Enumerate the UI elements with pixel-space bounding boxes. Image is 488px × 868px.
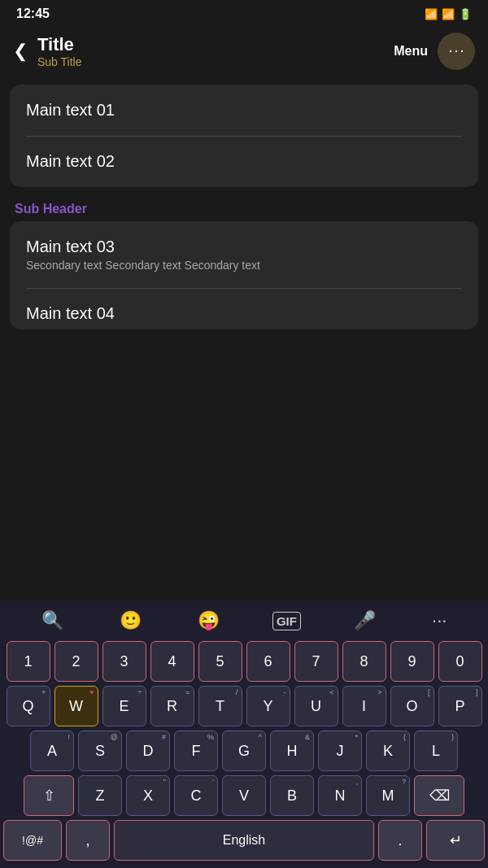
gif-button[interactable]: GIF bbox=[272, 612, 301, 630]
key-z[interactable]: Z bbox=[78, 775, 122, 816]
content-area: Main text 01 Main text 02 Sub Header Mai… bbox=[0, 78, 488, 339]
key-t[interactable]: T/ bbox=[198, 686, 242, 726]
list-item-03-secondary: Secondary text Secondary text Secondary … bbox=[26, 259, 462, 272]
key-n[interactable]: N, bbox=[318, 775, 362, 816]
key-3[interactable]: 3 bbox=[102, 641, 146, 682]
key-s[interactable]: S@ bbox=[78, 731, 122, 771]
bottom-row: !@# , English . ↵ bbox=[3, 820, 485, 861]
key-j[interactable]: J* bbox=[318, 731, 362, 771]
key-v[interactable]: V bbox=[222, 775, 266, 816]
shift-key[interactable]: ⇧ bbox=[24, 775, 74, 816]
key-p[interactable]: P] bbox=[438, 686, 482, 726]
list-item-01-main: Main text 01 bbox=[26, 101, 462, 120]
keyboard-toolbar: 🔍 🙂 😜 GIF 🎤 ··· bbox=[0, 600, 488, 639]
key-8[interactable]: 8 bbox=[342, 641, 386, 682]
app-bar: ❮ Title Sub Title Menu ⋮ bbox=[0, 24, 488, 78]
status-time: 12:45 bbox=[16, 7, 50, 21]
backspace-key[interactable]: ⌫ bbox=[414, 775, 464, 816]
key-7[interactable]: 7 bbox=[294, 641, 338, 682]
key-u[interactable]: U< bbox=[294, 686, 338, 726]
qwerty-row: Q+ W♥ E÷ R= T/ Y- U< I> O[ P] bbox=[3, 686, 485, 726]
sticker-icon[interactable]: 😜 bbox=[194, 607, 223, 635]
key-c[interactable]: C' bbox=[174, 775, 218, 816]
more-dots-icon: ⋮ bbox=[447, 43, 466, 60]
list-item-01[interactable]: Main text 01 bbox=[10, 85, 478, 136]
app-subtitle: Sub Title bbox=[37, 55, 81, 68]
back-button[interactable]: ❮ bbox=[13, 42, 28, 60]
key-0[interactable]: 0 bbox=[438, 641, 482, 682]
key-m[interactable]: M? bbox=[366, 775, 410, 816]
space-key[interactable]: English bbox=[114, 820, 374, 861]
symbols-key[interactable]: !@# bbox=[3, 820, 62, 861]
more-options-button[interactable]: ⋮ bbox=[438, 33, 475, 70]
voice-icon[interactable]: 🎤 bbox=[351, 607, 379, 635]
key-l[interactable]: L) bbox=[414, 731, 458, 771]
list-card-2: Main text 03 Secondary text Secondary te… bbox=[10, 221, 478, 329]
key-h[interactable]: H& bbox=[270, 731, 314, 771]
asdf-row: A! S@ D# F% G^ H& J* K( L) bbox=[3, 731, 485, 771]
key-b[interactable]: B bbox=[270, 775, 314, 816]
key-4[interactable]: 4 bbox=[150, 641, 194, 682]
menu-button[interactable]: Menu bbox=[394, 44, 428, 59]
zxcv-row: ⇧ Z X" C' V B N, M? ⌫ bbox=[3, 775, 485, 816]
list-item-04-main: Main text 04 bbox=[26, 304, 462, 323]
key-e[interactable]: E÷ bbox=[102, 686, 146, 726]
key-5[interactable]: 5 bbox=[198, 641, 242, 682]
list-item-04[interactable]: Main text 04 bbox=[10, 288, 478, 329]
key-a[interactable]: A! bbox=[30, 731, 74, 771]
emoji-icon[interactable]: 🙂 bbox=[116, 607, 145, 635]
key-w[interactable]: W♥ bbox=[54, 686, 98, 726]
sub-header: Sub Header bbox=[0, 194, 488, 221]
key-r[interactable]: R= bbox=[150, 686, 194, 726]
more-tools-icon[interactable]: ··· bbox=[429, 607, 450, 635]
period-key[interactable]: . bbox=[378, 820, 422, 861]
list-card-1: Main text 01 Main text 02 bbox=[10, 85, 478, 187]
list-item-02-main: Main text 02 bbox=[26, 152, 462, 171]
key-o[interactable]: O[ bbox=[390, 686, 434, 726]
key-i[interactable]: I> bbox=[342, 686, 386, 726]
list-item-03-main: Main text 03 bbox=[26, 238, 462, 256]
list-item-02[interactable]: Main text 02 bbox=[10, 136, 478, 187]
key-g[interactable]: G^ bbox=[222, 731, 266, 771]
enter-key[interactable]: ↵ bbox=[426, 820, 485, 861]
keyboard-rows: 1 2 3 4 5 6 7 8 9 0 Q+ W♥ E÷ R= T/ Y- U<… bbox=[0, 639, 488, 868]
key-1[interactable]: 1 bbox=[7, 641, 50, 682]
title-block: Title Sub Title bbox=[37, 34, 81, 68]
key-x[interactable]: X" bbox=[126, 775, 170, 816]
list-item-03[interactable]: Main text 03 Secondary text Secondary te… bbox=[10, 221, 478, 288]
key-9[interactable]: 9 bbox=[390, 641, 434, 682]
search-icon[interactable]: 🔍 bbox=[38, 607, 67, 635]
app-bar-left: ❮ Title Sub Title bbox=[13, 34, 81, 68]
app-title: Title bbox=[37, 34, 81, 55]
key-q[interactable]: Q+ bbox=[7, 686, 50, 726]
comma-key[interactable]: , bbox=[66, 820, 110, 861]
key-d[interactable]: D# bbox=[126, 731, 170, 771]
key-6[interactable]: 6 bbox=[246, 641, 290, 682]
status-icons: 📶 📶 🔋 bbox=[425, 8, 472, 20]
app-bar-right: Menu ⋮ bbox=[394, 33, 475, 70]
key-k[interactable]: K( bbox=[366, 731, 410, 771]
key-y[interactable]: Y- bbox=[246, 686, 290, 726]
number-row: 1 2 3 4 5 6 7 8 9 0 bbox=[3, 641, 485, 682]
keyboard-area: 🔍 🙂 😜 GIF 🎤 ··· 1 2 3 4 5 6 7 8 9 0 Q+ W… bbox=[0, 600, 488, 868]
key-2[interactable]: 2 bbox=[54, 641, 98, 682]
battery-icon: 🔋 bbox=[459, 8, 472, 20]
status-bar: 12:45 📶 📶 🔋 bbox=[0, 0, 488, 24]
wifi-icon: 📶 bbox=[425, 8, 438, 20]
signal-icon: 📶 bbox=[442, 8, 455, 20]
key-f[interactable]: F% bbox=[174, 731, 218, 771]
